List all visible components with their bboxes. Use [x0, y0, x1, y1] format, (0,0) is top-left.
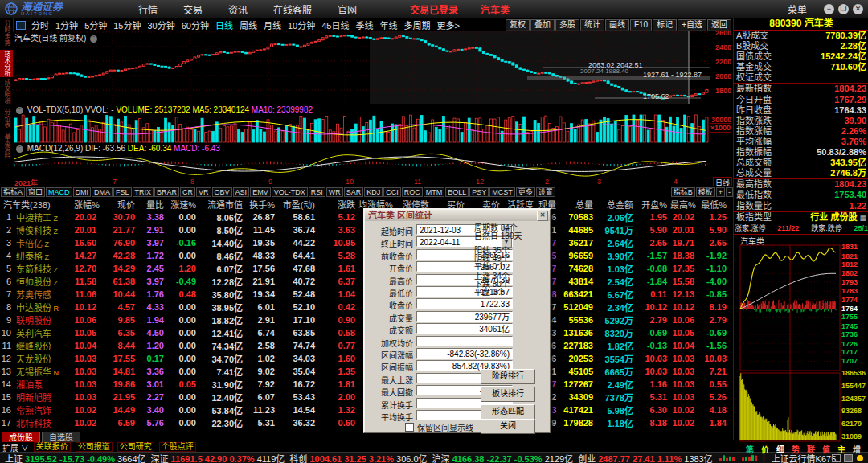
- dialog-button-形态匹配[interactable]: 形态匹配: [481, 404, 535, 420]
- column-header-流通市值[interactable]: 流通市值: [199, 198, 246, 211]
- indicator-item-SAR[interactable]: SAR: [344, 187, 364, 197]
- index-quote-创业[interactable]: 创业 2487.77 27.41 1.11% 1383亿: [578, 452, 713, 463]
- column-header-涨幅%[interactable]: 涨幅%↓: [74, 198, 100, 211]
- minimize-icon[interactable]: −: [824, 4, 834, 14]
- indicator-item-MACD[interactable]: MACD: [46, 187, 72, 197]
- indicator-item-CR[interactable]: CR: [180, 187, 195, 197]
- indicator-item-PSY[interactable]: PSY: [469, 187, 489, 197]
- macd-panel[interactable]: ˇ MACD(12,26,9) DIF: -63.56 DEA: -60.34 …: [13, 143, 712, 179]
- toolbar-button-F10[interactable]: F10: [630, 19, 652, 31]
- period-tab-周线[interactable]: 周线: [240, 18, 257, 31]
- indicator-item-DMI[interactable]: DMI: [73, 187, 92, 197]
- period-tab-月线[interactable]: 月线: [264, 18, 281, 31]
- menu-button[interactable]: 菜单: [788, 2, 807, 16]
- indicator-group-指标A[interactable]: 指标A: [1, 187, 25, 197]
- column-header-现价[interactable]: 现价: [100, 198, 138, 211]
- collapse-icon[interactable]: ˇ: [90, 35, 97, 43]
- index-quote-深证[interactable]: 深证 11691.5 42.90 0.37% 4119亿: [151, 452, 285, 463]
- dialog-button-板块排行[interactable]: 板块排行: [481, 387, 535, 402]
- indicator-tool-模板[interactable]: 模板: [696, 187, 715, 197]
- toolbar-button-画线[interactable]: 画线: [605, 19, 629, 31]
- toolbar-button-叠加[interactable]: 叠加: [530, 19, 555, 31]
- quick-char-联[interactable]: 联: [807, 443, 815, 455]
- column-header-涨速%[interactable]: 涨速%: [167, 198, 199, 211]
- indicator-item-更多[interactable]: 更多: [516, 187, 535, 197]
- indicator-item-KDJ[interactable]: KDJ: [364, 187, 383, 197]
- indicator-item-FSL[interactable]: FSL: [113, 187, 132, 197]
- grid-icon[interactable]: ▦: [859, 214, 866, 222]
- quick-char-增[interactable]: 增: [853, 443, 861, 455]
- index-quote-科创[interactable]: 科创 1004.61 31.25 3.21% 306.0亿: [289, 452, 427, 463]
- dialog-titlebar[interactable]: 汽车类 区间统计 ✕: [365, 210, 550, 221]
- indicator-item-MCST[interactable]: MCST: [489, 187, 515, 197]
- period-tab-60分钟[interactable]: 60分钟: [182, 18, 209, 31]
- sidebar-tab-基本资料[interactable]: 基本资料: [0, 132, 13, 159]
- dialog-input-成交额[interactable]: 34061亿: [416, 323, 513, 334]
- bulb-icon[interactable]: [857, 455, 863, 461]
- dialog-input-区间涨幅[interactable]: -842.83(-32.86%): [416, 348, 513, 359]
- bottom-link-公司报道[interactable]: 公司报道: [76, 442, 113, 452]
- toolbar-button-多股[interactable]: 多股: [555, 19, 579, 31]
- checkbox-icon[interactable]: [405, 423, 414, 432]
- intraday-mini-chart[interactable]: 1831182118121802179317831774176417551745…: [734, 244, 868, 444]
- bottom-link-公司研究[interactable]: 公司研究: [117, 442, 154, 452]
- restore-icon[interactable]: ❐: [838, 4, 849, 14]
- toolbar-button-统计[interactable]: 统计: [580, 19, 604, 31]
- indicator-item-CCI[interactable]: CCI: [383, 187, 401, 197]
- toolbar-button-+自选[interactable]: +自选: [678, 19, 706, 31]
- indicator-item-RSI[interactable]: RSI: [309, 187, 326, 197]
- dialog-input-成交量[interactable]: 239677万: [416, 311, 513, 322]
- period-tab-多周期[interactable]: 多周期: [404, 18, 431, 31]
- menu-item-资讯[interactable]: 资讯: [228, 2, 248, 16]
- column-header-board[interactable]: 汽车类(238): [0, 198, 74, 211]
- indicator-tool-指标B[interactable]: 指标B: [671, 187, 695, 197]
- indicator-tool--[interactable]: -: [726, 187, 733, 197]
- menu-item-官网[interactable]: 官网: [338, 2, 357, 16]
- period-tab-45日线[interactable]: 45日线: [321, 18, 349, 31]
- indicator-item-BRAR[interactable]: BRAR: [154, 187, 179, 197]
- period-tab-1分钟[interactable]: 1分钟: [55, 18, 78, 31]
- quick-char-笔[interactable]: 笔: [746, 443, 754, 455]
- period-tab-年线[interactable]: 年线: [380, 18, 398, 31]
- dialog-input-收盘价[interactable]: 1722.33: [416, 298, 513, 309]
- indicator-item-DMA[interactable]: DMA: [92, 187, 113, 197]
- toolbar-button-复权[interactable]: 复权: [506, 19, 530, 31]
- indicator-item-MTM[interactable]: MTM: [424, 187, 445, 197]
- view-mode-icon[interactable]: [16, 21, 26, 30]
- indicator-item-ROC[interactable]: ROC: [402, 187, 423, 197]
- window-small-icon[interactable]: [832, 454, 841, 462]
- dialog-input-加权均价[interactable]: [416, 336, 513, 346]
- toolbar-button-标记[interactable]: 标记: [653, 19, 677, 31]
- column-header-最高%[interactable]: 最高%: [670, 198, 698, 211]
- close-icon[interactable]: ✕: [853, 4, 863, 14]
- indicator-tool-+[interactable]: +: [716, 187, 725, 197]
- sidebar-tab-分价表[interactable]: 分价表: [0, 106, 13, 130]
- indicator-item-EMV[interactable]: EMV: [250, 187, 271, 197]
- quick-char-值[interactable]: 值: [822, 443, 830, 455]
- period-tab-15分钟[interactable]: 15分钟: [113, 18, 141, 31]
- indicator-item-WR[interactable]: WR: [326, 187, 343, 197]
- quick-char-势[interactable]: 势: [792, 443, 800, 455]
- volume-panel[interactable]: ˇ VOL-TDX(5,10) VVOL: - VOLUME: 25137232…: [13, 104, 712, 144]
- dialog-button-阶段排行[interactable]: 阶段排行: [481, 369, 535, 384]
- sidebar-tab-技术分析[interactable]: 技术分析: [0, 50, 13, 77]
- kline-panel[interactable]: 汽车类(日线 前复权) ˇ 2063.02 2042.512007.24 198…: [13, 31, 712, 105]
- column-header-涨跌[interactable]: 涨跌: [318, 198, 358, 211]
- window-layers-icon[interactable]: [844, 454, 853, 462]
- menu-item-行情[interactable]: 行情: [138, 2, 158, 16]
- collapse-icon[interactable]: ˇ: [16, 145, 23, 153]
- column-header-总金额[interactable]: 总金额: [596, 198, 637, 211]
- sidebar-tab-成交明细[interactable]: 成交明细: [0, 79, 13, 104]
- indicator-item-设置[interactable]: 设置: [536, 187, 555, 197]
- period-tab-季线[interactable]: 季线: [356, 18, 374, 31]
- dialog-button-关闭[interactable]: 关闭: [481, 419, 535, 434]
- board-type-value[interactable]: 行业 成份股: [810, 212, 857, 222]
- period-tab-5分钟[interactable]: 5分钟: [84, 18, 107, 31]
- dialog-close-icon[interactable]: ✕: [537, 211, 548, 221]
- period-tab-日线[interactable]: 日线: [215, 18, 233, 31]
- column-header-最低%[interactable]: 最低%: [698, 198, 730, 211]
- indicator-item-OBV[interactable]: OBV: [212, 187, 232, 197]
- column-header-量比[interactable]: 量比: [138, 198, 167, 211]
- index-quote-上证[interactable]: 上证 3195.52 -15.73 -0.49% 3664亿: [5, 452, 146, 463]
- collapse-icon[interactable]: ˇ: [16, 107, 23, 114]
